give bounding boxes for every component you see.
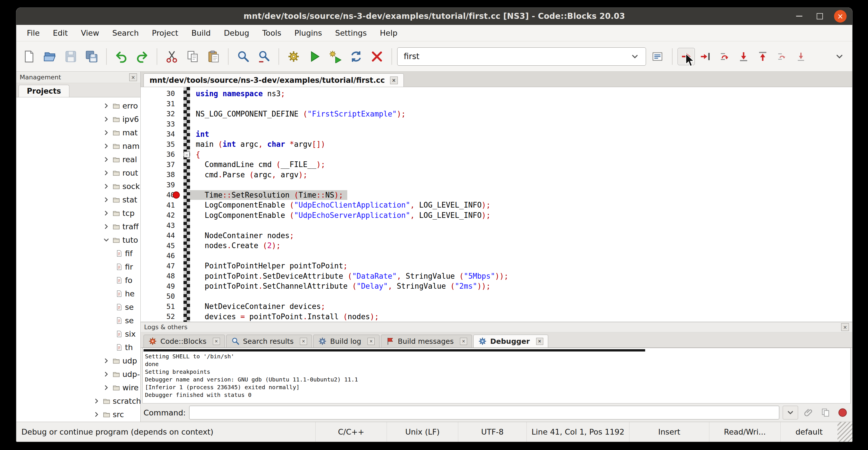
tree-item-wire[interactable]: wire <box>16 381 141 394</box>
tree-item-tcp[interactable]: tcp <box>16 206 141 220</box>
cut-button[interactable] <box>162 47 181 66</box>
build-button[interactable] <box>284 47 303 66</box>
menu-tools[interactable]: Tools <box>256 25 288 41</box>
tree-item-nam[interactable]: nam <box>16 139 141 153</box>
tree-item-src[interactable]: src <box>16 408 141 421</box>
build-target-combo[interactable]: first <box>397 48 646 66</box>
tree-item-tuto[interactable]: tuto <box>16 233 141 247</box>
log-tab-build-log[interactable]: Build log× <box>313 335 379 348</box>
editor-tab[interactable]: mnt/dev/tools/source/ns-3-dev/examples/t… <box>144 73 404 87</box>
undo-button[interactable] <box>112 47 131 66</box>
run-button[interactable] <box>305 47 324 66</box>
tree-item-se[interactable]: se <box>16 300 141 314</box>
log-tab-close-button[interactable]: × <box>300 338 307 345</box>
tree-item-rout[interactable]: rout <box>16 166 141 180</box>
menu-help[interactable]: Help <box>373 25 404 41</box>
tree-item-he[interactable]: he <box>16 287 141 300</box>
menu-debug[interactable]: Debug <box>217 25 256 41</box>
log-tab-code-blocks[interactable]: Code::Blocks× <box>144 335 225 348</box>
menu-view[interactable]: View <box>74 25 105 41</box>
step-out-button[interactable] <box>754 48 771 65</box>
code-line-50[interactable]: 50 <box>141 291 852 302</box>
open-file-button[interactable] <box>40 47 59 66</box>
tree-item-erro[interactable]: erro <box>16 99 141 113</box>
abort-build-button[interactable] <box>368 47 386 66</box>
code-line-46[interactable]: 46 <box>141 251 852 261</box>
code-line-38[interactable]: 38 cmd.Parse (argc, argv); <box>141 170 852 180</box>
code-line-37[interactable]: 37 CommandLine cmd (__FILE__); <box>141 160 852 170</box>
tree-item-traff[interactable]: traff <box>16 220 141 233</box>
run-to-cursor-button[interactable] <box>697 48 714 65</box>
tree-item-scratch[interactable]: scratch <box>16 394 141 408</box>
debug-continue-button[interactable] <box>678 48 695 65</box>
tree-item-stat[interactable]: stat <box>16 193 141 206</box>
copy-button[interactable] <box>183 47 202 66</box>
tree-item-ipv6[interactable]: ipv6 <box>16 113 141 126</box>
minimize-button[interactable] <box>793 10 806 23</box>
redo-button[interactable] <box>133 47 152 66</box>
save-button[interactable] <box>61 47 80 66</box>
code-line-39[interactable]: 39 <box>141 180 852 190</box>
code-line-45[interactable]: 45 nodes.Create (2); <box>141 241 852 251</box>
close-button[interactable]: × <box>834 10 846 23</box>
menu-edit[interactable]: Edit <box>46 25 74 41</box>
fold-marker[interactable]: – <box>184 151 190 157</box>
resize-grip[interactable] <box>837 422 852 442</box>
menu-file[interactable]: File <box>20 25 46 41</box>
code-line-40[interactable]: 40 Time::SetResolution (Time::NS); <box>141 190 852 200</box>
menu-build[interactable]: Build <box>185 25 217 41</box>
command-dropdown-button[interactable] <box>783 406 798 419</box>
new-file-button[interactable] <box>20 47 38 66</box>
build-and-run-button[interactable] <box>326 47 345 66</box>
menu-project[interactable]: Project <box>145 25 185 41</box>
maximize-button[interactable] <box>813 10 826 23</box>
code-line-31[interactable]: 31 <box>141 99 852 109</box>
log-tab-build-messages[interactable]: Build messages× <box>381 335 472 348</box>
code-line-36[interactable]: 36–{ <box>141 149 852 160</box>
code-line-44[interactable]: 44 NodeContainer nodes; <box>141 231 852 241</box>
stop-debugger-button[interactable] <box>836 406 849 419</box>
paste-button[interactable] <box>204 47 223 66</box>
debugger-output[interactable]: Setting SHELL to '/bin/sh'doneSetting br… <box>143 348 850 403</box>
editor-tab-close-button[interactable]: × <box>390 77 398 84</box>
log-tab-debugger[interactable]: Debugger× <box>473 335 548 348</box>
code-line-51[interactable]: 51 NetDeviceContainer devices; <box>141 302 852 312</box>
rebuild-button[interactable] <box>347 47 366 66</box>
log-tab-search-results[interactable]: Search results× <box>226 335 312 348</box>
code-line-42[interactable]: 42 LogComponentEnable ("UdpEchoServerApp… <box>141 210 852 220</box>
tree-item-udp[interactable]: udp- <box>16 367 141 381</box>
tree-item-udp[interactable]: udp <box>16 354 141 367</box>
step-into-instruction-button[interactable] <box>793 48 809 65</box>
code-line-47[interactable]: 47 PointToPointHelper pointToPoint; <box>141 261 852 271</box>
code-line-48[interactable]: 48 pointToPoint.SetDeviceAttribute ("Dat… <box>141 271 852 281</box>
debugger-command-input[interactable] <box>189 406 779 419</box>
code-line-33[interactable]: 33 <box>141 119 852 129</box>
code-line-30[interactable]: 30using namespace ns3; <box>141 89 852 99</box>
log-tab-close-button[interactable]: × <box>460 338 467 345</box>
find-button[interactable] <box>234 47 252 66</box>
tree-item-six[interactable]: six <box>16 327 141 341</box>
log-tab-close-button[interactable]: × <box>213 338 220 345</box>
tree-item-fif[interactable]: fif <box>16 247 141 260</box>
log-tab-close-button[interactable]: × <box>368 338 375 345</box>
attach-button[interactable] <box>802 406 815 419</box>
save-all-button[interactable] <box>82 47 101 66</box>
menu-settings[interactable]: Settings <box>329 25 373 41</box>
management-close-button[interactable]: × <box>129 73 137 81</box>
replace-button[interactable] <box>254 47 273 66</box>
code-editor[interactable]: 30using namespace ns3;3132NS_LOG_COMPONE… <box>141 87 852 322</box>
build-target-list-button[interactable] <box>648 47 667 66</box>
menu-search[interactable]: Search <box>106 25 146 41</box>
copy-output-button[interactable] <box>819 406 832 419</box>
tree-item-th[interactable]: th <box>16 341 141 354</box>
breakpoint-marker[interactable] <box>173 191 180 199</box>
log-tab-close-button[interactable]: × <box>536 338 543 345</box>
tree-item-real[interactable]: real <box>16 153 141 166</box>
tree-item-fir[interactable]: fir <box>16 260 141 274</box>
tree-item-fo[interactable]: fo <box>16 274 141 287</box>
tree-item-sock[interactable]: sock <box>16 180 141 193</box>
code-line-41[interactable]: 41 LogComponentEnable ("UdpEchoClientApp… <box>141 200 852 210</box>
code-line-35[interactable]: 35main (int argc, char *argv[]) <box>141 139 852 150</box>
next-instruction-button[interactable] <box>773 48 790 65</box>
title-bar[interactable]: mnt/dev/tools/source/ns-3-dev/examples/t… <box>16 8 852 25</box>
